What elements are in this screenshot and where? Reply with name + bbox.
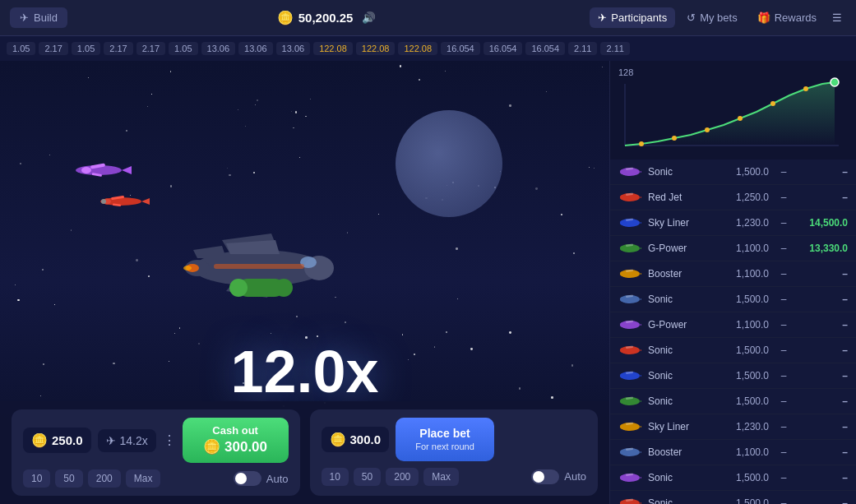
options-button[interactable]: ⋮ — [163, 432, 176, 448]
tab-participants[interactable]: ✈ Participants — [590, 7, 675, 28]
auto-toggle-left: Auto — [234, 471, 289, 486]
participant-row: Sonic 1,500.0 – – — [610, 465, 856, 491]
star — [71, 229, 72, 230]
participant-avatar — [618, 190, 641, 205]
mult-item: 16.054 — [441, 42, 480, 55]
quick-bet-200-right[interactable]: 200 — [386, 468, 419, 486]
svg-marker-84 — [640, 475, 641, 480]
star — [295, 111, 298, 113]
participant-mult: – — [775, 421, 792, 432]
participant-name: G-Power — [648, 243, 717, 254]
star — [602, 67, 603, 67]
mult-item: 1.05 — [72, 42, 100, 55]
build-button[interactable]: ✈ Build — [10, 7, 67, 28]
quick-bet-10-left[interactable]: 10 — [23, 469, 50, 488]
svg-point-49 — [620, 246, 627, 251]
star — [170, 185, 173, 187]
plane-small-icon: ✈ — [106, 434, 116, 447]
svg-point-65 — [620, 348, 627, 353]
coin-icon-left: 🪙 — [31, 432, 48, 448]
game-area: 12.0x 🪙 250.0 ✈ 14.2x ⋮ Cash out — [0, 61, 609, 504]
balance-value: 50,200.25 — [298, 11, 354, 25]
quick-bet-10-right[interactable]: 10 — [322, 468, 349, 486]
participant-avatar — [618, 394, 641, 409]
quick-bet-50-left[interactable]: 50 — [55, 469, 82, 488]
participant-row: Sky Liner 1,230.0 – – — [610, 414, 856, 440]
svg-point-53 — [620, 271, 627, 276]
mult-item: 1.05 — [7, 42, 35, 55]
svg-marker-56 — [640, 297, 641, 302]
menu-button[interactable]: ☰ — [828, 7, 846, 28]
star — [126, 130, 127, 132]
svg-point-77 — [620, 424, 627, 429]
place-bet-label: Place bet — [410, 426, 479, 441]
star — [88, 77, 89, 78]
quick-bet-max-right[interactable]: Max — [423, 468, 459, 486]
svg-point-32 — [770, 101, 775, 106]
svg-marker-40 — [640, 195, 641, 200]
participant-bet: 1,100.0 — [724, 319, 769, 331]
cashout-amount: 🪙 300.00 — [196, 438, 275, 456]
auto-toggle-track-left[interactable] — [234, 471, 261, 486]
star — [305, 116, 307, 118]
place-bet-bottom: 10 50 200 Max Auto — [322, 468, 587, 486]
participant-avatar — [618, 343, 641, 358]
mult-item: 2.11 — [568, 42, 597, 55]
star — [151, 94, 152, 95]
star — [174, 333, 175, 334]
tab-rewards[interactable]: 🎁 Rewards — [749, 7, 825, 28]
auto-toggle-track-right[interactable] — [531, 469, 559, 484]
participant-bet: 1,100.0 — [724, 446, 769, 458]
coin-icon: 🪙 — [277, 10, 294, 25]
quick-bet-200-left[interactable]: 200 — [88, 469, 121, 488]
participant-bet: 1,500.0 — [724, 344, 769, 356]
participant-row: Sonic 1,500.0 – – — [610, 363, 856, 389]
participant-mult: – — [775, 446, 792, 458]
tab-my-bets[interactable]: ↺ My bets — [678, 7, 746, 28]
cashout-button[interactable]: Cash out 🪙 300.00 — [183, 418, 289, 463]
active-bet-top: 🪙 250.0 ✈ 14.2x ⋮ Cash out 🪙 300.00 — [23, 418, 289, 463]
mult-item: 16.054 — [525, 42, 565, 55]
star — [170, 71, 171, 72]
participant-mult: – — [775, 166, 792, 178]
svg-marker-64 — [640, 348, 641, 353]
star — [20, 163, 21, 164]
star — [227, 168, 228, 169]
quick-bet-50-right[interactable]: 50 — [354, 468, 381, 486]
participant-row: Sonic 1,500.0 – – — [610, 491, 856, 504]
participant-name: Sonic — [648, 294, 717, 305]
svg-marker-88 — [640, 501, 641, 504]
tab-rewards-label: Rewards — [775, 12, 817, 24]
quick-bet-max-left[interactable]: Max — [126, 469, 161, 488]
sound-button[interactable]: 🔊 — [358, 7, 380, 28]
active-bet-bottom: 10 50 200 Max Auto — [23, 469, 289, 488]
star — [136, 259, 138, 261]
participant-mult: – — [775, 497, 792, 504]
participant-bet: 1,500.0 — [724, 472, 769, 483]
svg-marker-44 — [640, 220, 641, 225]
participant-name: Booster — [648, 446, 717, 458]
coin-icon-right: 🪙 — [330, 432, 346, 447]
participant-bet: 1,100.0 — [724, 243, 769, 254]
participant-mult: – — [775, 395, 792, 407]
star — [457, 298, 458, 299]
participant-mult: – — [775, 319, 792, 331]
participant-name: Sonic — [648, 370, 717, 381]
mult-item: 13.06 — [238, 42, 273, 55]
participant-avatar — [618, 317, 641, 332]
multiplier-value: 12.0x — [230, 339, 378, 405]
participant-avatar — [618, 241, 641, 256]
place-bet-button[interactable]: Place bet For next round — [396, 418, 494, 460]
auto-label-left: Auto — [266, 473, 289, 485]
chart-svg — [617, 76, 847, 158]
auto-toggle-thumb-left — [235, 473, 247, 484]
star — [456, 247, 458, 250]
balance-display: 🪙 50,200.25 🔊 — [277, 7, 381, 28]
participant-avatar — [618, 445, 641, 460]
star — [594, 168, 595, 169]
mult-item: 2.17 — [39, 42, 67, 55]
svg-point-31 — [738, 116, 743, 121]
participant-win: 14,500.0 — [798, 217, 848, 229]
svg-marker-72 — [640, 399, 641, 404]
mult-item: 13.06 — [201, 42, 236, 55]
